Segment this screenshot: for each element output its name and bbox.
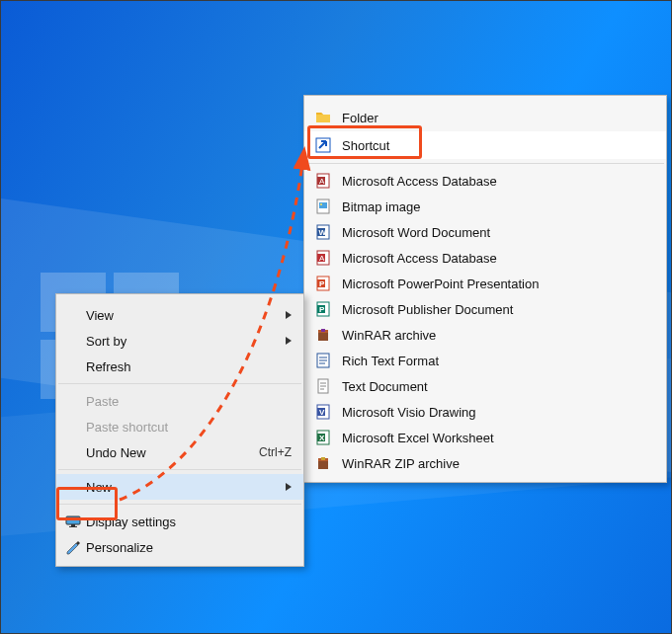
- svg-rect-41: [69, 526, 77, 527]
- menu-item-label: Refresh: [86, 359, 292, 374]
- menu-separator: [58, 383, 301, 384]
- menu-separator: [58, 469, 301, 470]
- submenu-item-label: Bitmap image: [342, 199, 654, 214]
- desktop-context-menu: View Sort by Refresh Paste Paste shortcu…: [55, 293, 304, 567]
- svg-rect-39: [66, 516, 80, 524]
- submenu-item-zip[interactable]: WinRAR ZIP archive: [304, 450, 666, 476]
- chevron-right-icon: [286, 337, 292, 345]
- submenu-item-label: Microsoft Excel Worksheet: [342, 431, 654, 445]
- svg-rect-5: [319, 202, 327, 208]
- menu-item-label: Paste: [86, 394, 292, 409]
- svg-rect-40: [71, 524, 75, 526]
- submenu-item-access2[interactable]: A Microsoft Access Database: [304, 245, 666, 271]
- menu-item-refresh[interactable]: Refresh: [56, 354, 303, 379]
- submenu-item-word[interactable]: W Microsoft Word Document: [304, 219, 666, 245]
- submenu-item-bitmap[interactable]: Bitmap image: [304, 194, 666, 219]
- svg-text:X: X: [319, 434, 325, 442]
- excel-icon: X: [314, 429, 332, 446]
- submenu-item-ppt[interactable]: P Microsoft PowerPoint Presentation: [304, 271, 666, 296]
- submenu-item-label: Microsoft Visio Drawing: [342, 405, 654, 420]
- svg-point-6: [320, 203, 322, 205]
- menu-item-display-settings[interactable]: Display settings: [56, 509, 303, 534]
- chevron-right-icon: [286, 311, 292, 319]
- svg-text:P: P: [319, 279, 325, 288]
- rtf-icon: [314, 352, 332, 369]
- svg-text:A: A: [319, 254, 325, 263]
- winrar-zip-icon: [314, 454, 332, 472]
- submenu-item-label: Microsoft Access Database: [342, 174, 654, 189]
- menu-item-label: Paste shortcut: [86, 420, 292, 435]
- submenu-item-shortcut[interactable]: Shortcut: [304, 131, 666, 159]
- submenu-item-rtf[interactable]: Rich Text Format: [304, 348, 666, 373]
- folder-icon: [314, 109, 332, 126]
- menu-item-label: View: [86, 308, 292, 323]
- submenu-item-txt[interactable]: Text Document: [304, 373, 666, 399]
- word-icon: W: [314, 223, 332, 241]
- access-icon: A: [314, 172, 332, 190]
- submenu-item-label: WinRAR ZIP archive: [342, 456, 654, 471]
- svg-text:A: A: [319, 177, 325, 186]
- bitmap-icon: [314, 198, 332, 215]
- menu-item-label: Display settings: [86, 515, 292, 529]
- menu-item-new[interactable]: New: [56, 474, 303, 500]
- text-document-icon: [314, 377, 332, 395]
- menu-item-paste-shortcut: Paste shortcut: [56, 414, 303, 439]
- menu-item-view[interactable]: View: [56, 302, 303, 328]
- menu-item-sort-by[interactable]: Sort by: [56, 328, 303, 354]
- display-settings-icon: [64, 513, 82, 530]
- menu-separator: [58, 504, 301, 505]
- menu-item-label: Personalize: [86, 540, 292, 555]
- chevron-right-icon: [286, 483, 292, 491]
- submenu-item-label: Microsoft PowerPoint Presentation: [342, 277, 654, 291]
- submenu-item-label: Shortcut: [342, 138, 654, 153]
- menu-item-paste: Paste: [56, 388, 303, 414]
- winrar-icon: [314, 326, 332, 344]
- submenu-item-publisher[interactable]: P Microsoft Publisher Document: [304, 296, 666, 322]
- context-submenu-new: Folder Shortcut A Microsoft Access Datab…: [303, 95, 667, 483]
- personalize-icon: [64, 538, 82, 556]
- submenu-item-label: Folder: [342, 111, 654, 125]
- menu-item-personalize[interactable]: Personalize: [56, 534, 303, 560]
- svg-text:W: W: [319, 228, 327, 237]
- menu-item-label: Sort by: [86, 334, 292, 349]
- submenu-item-visio[interactable]: V Microsoft Visio Drawing: [304, 399, 666, 425]
- submenu-item-label: Microsoft Publisher Document: [342, 302, 654, 317]
- access-icon: A: [314, 249, 332, 267]
- menu-item-label: New: [86, 480, 292, 495]
- svg-text:P: P: [319, 305, 325, 314]
- menu-item-label: Undo New: [86, 445, 259, 460]
- shortcut-icon: [314, 136, 332, 154]
- menu-item-accelerator: Ctrl+Z: [259, 445, 292, 459]
- visio-icon: V: [314, 403, 332, 421]
- submenu-item-label: Microsoft Word Document: [342, 225, 654, 240]
- submenu-item-rar[interactable]: WinRAR archive: [304, 322, 666, 348]
- submenu-item-excel[interactable]: X Microsoft Excel Worksheet: [304, 425, 666, 450]
- menu-separator: [306, 163, 664, 164]
- submenu-item-access[interactable]: A Microsoft Access Database: [304, 168, 666, 194]
- submenu-item-label: Microsoft Access Database: [342, 251, 654, 266]
- publisher-icon: P: [314, 300, 332, 318]
- submenu-item-folder[interactable]: Folder: [304, 104, 666, 131]
- powerpoint-icon: P: [314, 275, 332, 292]
- submenu-item-label: Text Document: [342, 379, 654, 394]
- submenu-item-label: Rich Text Format: [342, 354, 654, 368]
- svg-rect-38: [321, 457, 325, 460]
- menu-item-undo-new[interactable]: Undo New Ctrl+Z: [56, 439, 303, 465]
- svg-text:V: V: [319, 408, 325, 417]
- submenu-item-label: WinRAR archive: [342, 328, 654, 343]
- svg-rect-21: [321, 329, 325, 332]
